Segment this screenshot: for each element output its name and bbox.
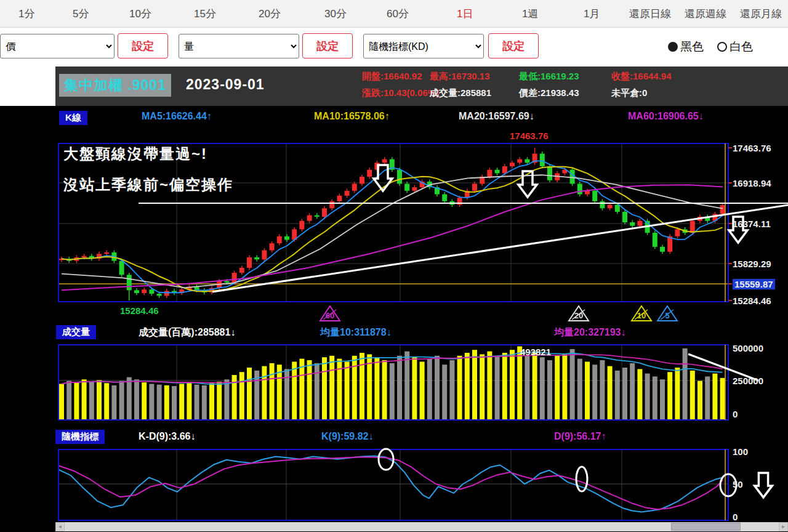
kaxis-tick-4: 15829.29 [733, 259, 771, 269]
annotation-neckline-text: 大盤頸線沒帶量過~! [63, 144, 207, 164]
kaxis-tick-1: 17463.76 [733, 143, 771, 153]
radio-white-icon[interactable] [717, 42, 727, 52]
kd-label-3: D(9):56.17↑ [554, 431, 606, 442]
vaxis-tick-2: 250000 [733, 376, 763, 386]
theme-white-option[interactable]: 白色 [717, 39, 753, 55]
volume-label-3: 均量20:327193↓ [554, 326, 626, 339]
ma-marker-60: 60 [326, 311, 334, 320]
ma-label-4: MA60:16906.65↓ [628, 111, 704, 122]
volume-label-1: 成交量(百萬):285881↓ [139, 326, 235, 339]
symbol-badge[interactable]: 集中加權 .9001 [59, 74, 171, 97]
chart-area: 6020105 K線 MA5:16626.44↑MA10:16578.06↑MA… [0, 106, 788, 532]
kd-badge: 隨機指標 [55, 430, 105, 444]
stock-charting-app: 1分5分10分15分20分30分60分1日1週1月還原日線還原週線還原月線 價 … [0, 0, 788, 532]
timeframe-item-12[interactable]: 還原週線 [685, 7, 726, 21]
theme-black-label: 黑色 [680, 39, 704, 55]
theme-switch: 黑色 白色 [668, 39, 753, 55]
ma-label-3: MA20:16597.69↓ [459, 111, 534, 122]
volume-badge: 成交量 [56, 325, 96, 339]
kaxis-tick-6: 15284.46 [733, 296, 771, 306]
quote-date: 2023-09-01 [186, 76, 265, 93]
timeframe-item-9[interactable]: 1週 [522, 7, 538, 21]
chart-canvas[interactable]: 6020105 [0, 106, 788, 532]
kline-badge: K線 [59, 111, 87, 125]
low-price-label: 15284.46 [120, 305, 159, 316]
stat-4: 收盤:16644.94 [611, 71, 672, 83]
volume-indicator-select[interactable]: 量 [179, 34, 299, 58]
timeframe-item-10[interactable]: 1月 [584, 7, 600, 21]
volume-peak-label: 493821 [520, 347, 551, 357]
annotation-quarterline-text: 沒站上季線前~偏空操作 [63, 175, 233, 195]
radio-black-icon[interactable] [668, 42, 678, 52]
stat-5: 漲跌:10.43(0.06%) [362, 87, 439, 99]
peak-price-label: 17463.76 [510, 131, 549, 141]
kaxis-tick-3: 16374.11 [733, 219, 771, 229]
timeframe-item-3[interactable]: 10分 [129, 7, 151, 21]
timeframe-bar: 1分5分10分15分20分30分60分1日1週1月還原日線還原週線還原月線 [0, 0, 788, 28]
stat-8: 未平倉:0 [611, 87, 647, 99]
volume-settings-button[interactable]: 設定 [302, 33, 353, 58]
timeframe-item-1[interactable]: 1分 [18, 7, 34, 21]
stat-3: 最低:16619.23 [519, 71, 579, 83]
timeframe-item-2[interactable]: 5分 [73, 7, 89, 21]
timeframe-item-13[interactable]: 還原月線 [740, 7, 782, 21]
indicator-toolbar: 價 設定 量 設定 隨機指標(KD) 設定 黑色 白色 [0, 28, 788, 65]
timeframe-item-11[interactable]: 還原日線 [629, 7, 671, 21]
theme-white-label: 白色 [730, 39, 753, 55]
vaxis-tick-1: 500000 [733, 343, 763, 353]
volume-label-2: 均量10:311878↓ [320, 326, 392, 339]
timeframe-item-7[interactable]: 60分 [387, 7, 409, 21]
horizontal-scrollbar[interactable]: ◄ ► [55, 522, 788, 531]
timeframe-item-4[interactable]: 15分 [194, 7, 216, 21]
stat-6: 成交量:285881 [430, 87, 491, 99]
scroll-left-button[interactable]: ◄ [55, 522, 65, 531]
ma-label-1: MA5:16626.44↑ [142, 111, 212, 122]
ma-marker-10: 10 [637, 311, 646, 320]
scroll-right-button[interactable]: ► [779, 522, 788, 531]
kd-label-1: K-D(9):3.66↓ [139, 431, 195, 442]
theme-black-option[interactable]: 黑色 [668, 39, 704, 55]
daxis-tick-2: 50 [733, 479, 743, 490]
ma-label-2: MA10:16578.06↑ [314, 111, 390, 122]
ma-marker-5: 5 [665, 311, 669, 320]
quote-header: 集中加權 .9001 2023-09-01 開盤:16640.92最高:1673… [55, 66, 788, 106]
ma-marker-20: 20 [574, 311, 583, 320]
stat-2: 最高:16730.13 [430, 71, 490, 83]
price-indicator-select[interactable]: 價 [0, 34, 115, 58]
oscillator-settings-button[interactable]: 設定 [488, 33, 539, 58]
daxis-tick-1: 100 [733, 446, 748, 457]
timeframe-item-8[interactable]: 1日 [457, 7, 473, 21]
timeframe-item-6[interactable]: 30分 [324, 7, 347, 21]
scrollbar-thumb[interactable] [671, 523, 741, 531]
kaxis-tick-2: 16918.94 [733, 178, 771, 188]
timeframe-item-5[interactable]: 20分 [259, 7, 281, 21]
stat-7: 價差:21938.43 [519, 87, 579, 99]
daxis-tick-3: 0 [733, 512, 738, 522]
kaxis-tick-5: 15559.87 [733, 279, 775, 289]
stat-1: 開盤:16640.92 [362, 71, 422, 83]
kd-label-2: K(9):59.82↓ [321, 431, 373, 442]
price-settings-button[interactable]: 設定 [118, 33, 168, 58]
vaxis-tick-3: 0 [733, 409, 738, 419]
oscillator-indicator-select[interactable]: 隨機指標(KD) [363, 34, 484, 58]
